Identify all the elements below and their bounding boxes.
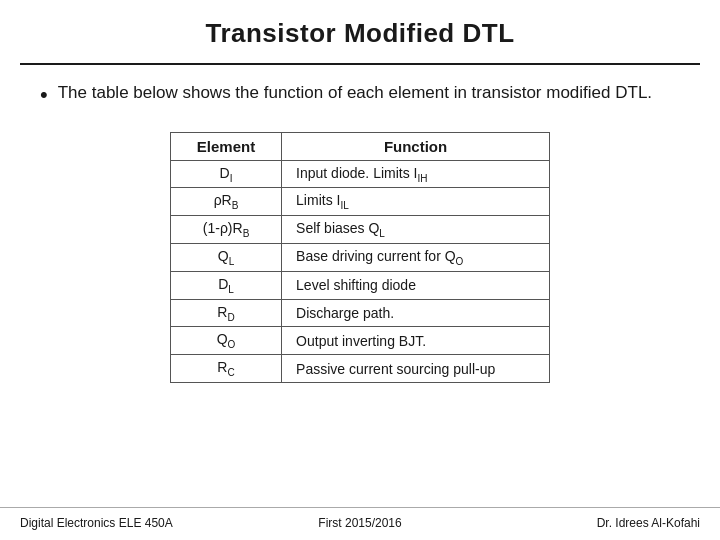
col-header-element: Element xyxy=(171,132,282,160)
table-cell-element: ρRB xyxy=(171,188,282,216)
footer-left: Digital Electronics ELE 450A xyxy=(20,516,247,530)
table-cell-function: Discharge path. xyxy=(282,299,550,327)
col-header-function: Function xyxy=(282,132,550,160)
table-row: RDDischarge path. xyxy=(171,299,550,327)
table-cell-function: Base driving current for QO xyxy=(282,243,550,271)
table-cell-function: Level shifting diode xyxy=(282,271,550,299)
slide-title: Transistor Modified DTL xyxy=(20,18,700,49)
bullet-text: The table below shows the function of ea… xyxy=(58,81,652,105)
table-row: QLBase driving current for QO xyxy=(171,243,550,271)
table-row: DIInput diode. Limits IIH xyxy=(171,160,550,188)
slide: Transistor Modified DTL • The table belo… xyxy=(0,0,720,540)
table-cell-element: RC xyxy=(171,355,282,383)
table-header-row: Element Function xyxy=(171,132,550,160)
footer: Digital Electronics ELE 450A First 2015/… xyxy=(0,507,720,540)
table-cell-function: Output inverting BJT. xyxy=(282,327,550,355)
table-cell-element: QL xyxy=(171,243,282,271)
bullet-dot: • xyxy=(40,81,48,110)
table-cell-function: Passive current sourcing pull-up xyxy=(282,355,550,383)
element-function-table: Element Function DIInput diode. Limits I… xyxy=(170,132,550,383)
table-cell-function: Limits IIL xyxy=(282,188,550,216)
table-cell-element: QO xyxy=(171,327,282,355)
table-row: RCPassive current sourcing pull-up xyxy=(171,355,550,383)
footer-center: First 2015/2016 xyxy=(247,516,474,530)
footer-right: Dr. Idrees Al-Kofahi xyxy=(473,516,700,530)
table-cell-function: Self biases QL xyxy=(282,216,550,244)
table-cell-element: DI xyxy=(171,160,282,188)
table-cell-element: DL xyxy=(171,271,282,299)
table-row: QOOutput inverting BJT. xyxy=(171,327,550,355)
bullet-item: • The table below shows the function of … xyxy=(40,81,680,110)
table-cell-element: RD xyxy=(171,299,282,327)
table-row: (1-ρ)RBSelf biases QL xyxy=(171,216,550,244)
table-cell-function: Input diode. Limits IIH xyxy=(282,160,550,188)
table-row: ρRBLimits IIL xyxy=(171,188,550,216)
title-bar: Transistor Modified DTL xyxy=(0,0,720,57)
table-container: Element Function DIInput diode. Limits I… xyxy=(40,132,680,383)
table-cell-element: (1-ρ)RB xyxy=(171,216,282,244)
content-area: • The table below shows the function of … xyxy=(0,65,720,507)
table-row: DLLevel shifting diode xyxy=(171,271,550,299)
